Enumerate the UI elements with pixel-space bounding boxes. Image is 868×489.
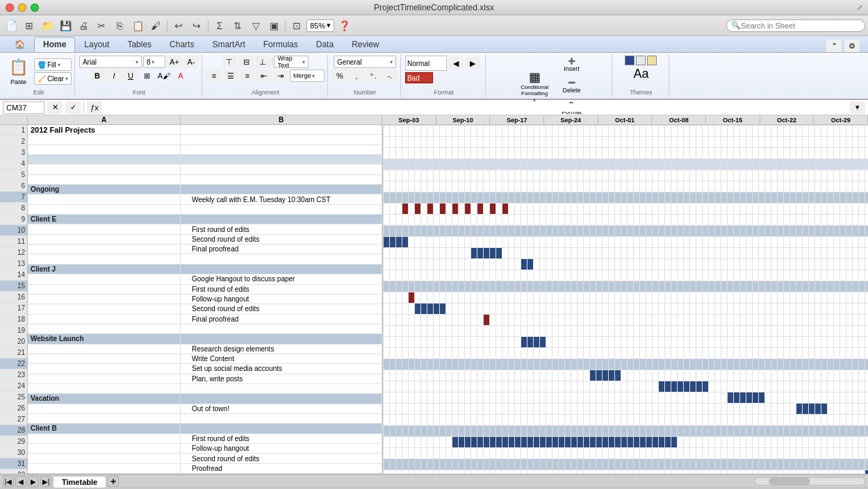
gantt-cell[interactable] — [509, 370, 515, 381]
gantt-cell[interactable] — [646, 381, 653, 392]
gantt-cell[interactable] — [759, 248, 765, 259]
formula-cancel-btn[interactable]: ✕ — [47, 101, 63, 114]
gantt-cell[interactable] — [459, 226, 465, 237]
gantt-cell[interactable] — [565, 148, 571, 159]
gantt-cell[interactable] — [559, 326, 565, 337]
gantt-cell[interactable] — [596, 192, 603, 204]
gantt-cell[interactable] — [484, 192, 490, 204]
gantt-cell[interactable] — [459, 170, 465, 181]
gantt-cell[interactable] — [734, 226, 740, 237]
gantt-row[interactable] — [384, 259, 869, 270]
gantt-cell[interactable] — [615, 437, 621, 448]
gantt-cell[interactable] — [459, 159, 465, 170]
gantt-cell[interactable] — [853, 359, 859, 370]
gantt-cell[interactable] — [615, 248, 621, 259]
gantt-cell[interactable] — [790, 126, 796, 137]
gantt-cell[interactable] — [690, 292, 696, 304]
gantt-cell[interactable] — [477, 415, 484, 426]
gantt-cell[interactable] — [471, 337, 477, 348]
gantt-cell[interactable] — [421, 192, 427, 204]
gantt-cell[interactable] — [634, 292, 640, 304]
gantt-cell[interactable] — [709, 370, 715, 381]
gantt-cell[interactable] — [684, 226, 690, 237]
gantt-cell[interactable] — [709, 359, 715, 370]
gantt-cell[interactable] — [821, 292, 828, 304]
gantt-cell[interactable] — [578, 404, 584, 415]
gantt-cell[interactable] — [446, 370, 452, 381]
gantt-cell[interactable] — [846, 437, 853, 448]
gantt-cell[interactable] — [427, 126, 434, 137]
gantt-cell[interactable] — [803, 370, 809, 381]
gantt-cell[interactable] — [728, 315, 734, 326]
gantt-cell[interactable] — [734, 470, 740, 474]
gantt-cell[interactable] — [690, 215, 696, 226]
gantt-cell[interactable] — [509, 181, 515, 192]
gantt-cell[interactable] — [502, 426, 509, 437]
gantt-cell[interactable] — [421, 415, 427, 426]
gantt-row[interactable] — [384, 237, 869, 248]
gantt-cell[interactable] — [659, 237, 665, 248]
gantt-cell[interactable] — [759, 381, 765, 392]
gantt-cell[interactable] — [509, 448, 515, 459]
gantt-cell[interactable] — [740, 159, 746, 170]
gantt-cell[interactable] — [621, 192, 628, 204]
gantt-cell[interactable] — [684, 181, 690, 192]
gantt-cell[interactable] — [565, 281, 571, 292]
gantt-cell[interactable] — [778, 137, 784, 148]
gantt-cell[interactable] — [409, 281, 415, 292]
gantt-cell[interactable] — [665, 381, 671, 392]
gantt-cell[interactable] — [396, 448, 402, 459]
gantt-cell[interactable] — [678, 148, 684, 159]
gantt-cell[interactable] — [646, 237, 653, 248]
gantt-cell[interactable] — [615, 292, 621, 304]
gantt-cell[interactable] — [728, 148, 734, 159]
gantt-cell[interactable] — [615, 137, 621, 148]
gantt-cell[interactable] — [571, 215, 578, 226]
gantt-cell[interactable] — [728, 448, 734, 459]
gantt-cell[interactable] — [846, 292, 853, 304]
gantt-cell[interactable] — [515, 237, 521, 248]
gantt-cell[interactable] — [484, 226, 490, 237]
gantt-cell[interactable] — [815, 315, 821, 326]
gantt-cell[interactable] — [715, 370, 721, 381]
gantt-cell[interactable] — [765, 381, 771, 392]
gantt-cell[interactable] — [815, 392, 821, 404]
gantt-cell[interactable] — [390, 337, 396, 348]
cell-a[interactable] — [28, 244, 181, 254]
gantt-cell[interactable] — [559, 259, 565, 270]
gantt-cell[interactable] — [634, 337, 640, 348]
gantt-cell[interactable] — [452, 404, 459, 415]
gantt-cell[interactable] — [753, 270, 759, 281]
gantt-cell[interactable] — [703, 470, 709, 474]
gantt-cell[interactable] — [384, 337, 390, 348]
gantt-cell[interactable] — [615, 348, 621, 359]
gantt-cell[interactable] — [765, 304, 771, 315]
gantt-cell[interactable] — [709, 348, 715, 359]
gantt-cell[interactable] — [590, 426, 596, 437]
gantt-cell[interactable] — [396, 426, 402, 437]
gantt-cell[interactable] — [509, 192, 515, 204]
gantt-cell[interactable] — [502, 259, 509, 270]
gantt-cell[interactable] — [490, 204, 496, 215]
gantt-cell[interactable] — [421, 348, 427, 359]
gantt-cell[interactable] — [465, 292, 471, 304]
gantt-cell[interactable] — [796, 270, 803, 281]
gantt-cell[interactable] — [565, 337, 571, 348]
add-sheet-btn[interactable]: + — [108, 476, 119, 487]
gantt-cell[interactable] — [759, 170, 765, 181]
gantt-cell[interactable] — [596, 459, 603, 470]
gantt-cell[interactable] — [778, 270, 784, 281]
gantt-cell[interactable] — [571, 404, 578, 415]
gantt-cell[interactable] — [865, 304, 869, 315]
gantt-cell[interactable] — [715, 404, 721, 415]
gantt-cell[interactable] — [734, 126, 740, 137]
gantt-cell[interactable] — [515, 359, 521, 370]
close-btn[interactable] — [6, 3, 14, 12]
gantt-cell[interactable] — [552, 359, 559, 370]
gantt-row[interactable] — [384, 381, 869, 392]
gantt-cell[interactable] — [502, 137, 509, 148]
gantt-cell[interactable] — [390, 270, 396, 281]
gantt-cell[interactable] — [803, 348, 809, 359]
gantt-cell[interactable] — [846, 337, 853, 348]
gantt-cell[interactable] — [765, 204, 771, 215]
